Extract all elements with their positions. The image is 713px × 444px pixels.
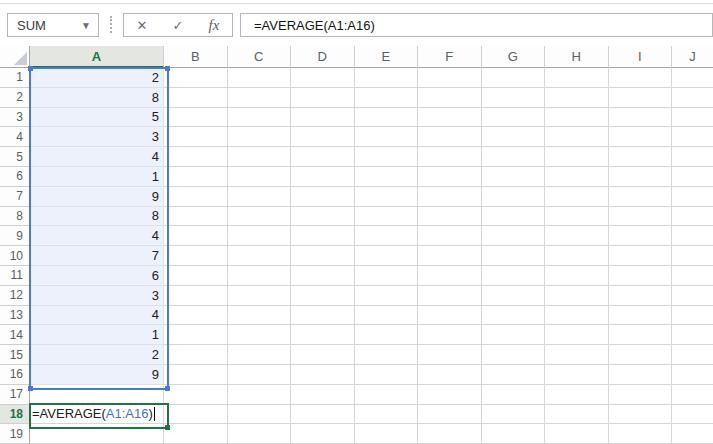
cell-E17[interactable] — [355, 385, 419, 405]
cell-H7[interactable] — [545, 187, 609, 207]
select-all-button[interactable] — [0, 46, 30, 68]
cell-I7[interactable] — [609, 187, 673, 207]
cell-G1[interactable] — [482, 68, 546, 88]
cell-I14[interactable] — [609, 325, 673, 345]
cell-C11[interactable] — [228, 266, 292, 286]
cell-E14[interactable] — [355, 325, 419, 345]
name-box[interactable]: SUM ▼ — [7, 13, 99, 37]
cell-B12[interactable] — [164, 286, 228, 306]
cell-G3[interactable] — [482, 108, 546, 128]
cell-G15[interactable] — [482, 345, 546, 365]
cell-E6[interactable] — [355, 167, 419, 187]
row-header-2[interactable]: 2 — [0, 88, 30, 108]
row-header-10[interactable]: 10 — [0, 246, 30, 266]
cell-C10[interactable] — [228, 246, 292, 266]
cell-G7[interactable] — [482, 187, 546, 207]
cell-I19[interactable] — [609, 424, 673, 444]
cell-B14[interactable] — [164, 325, 228, 345]
cell-F6[interactable] — [418, 167, 482, 187]
cell-C2[interactable] — [228, 88, 292, 108]
cell-J11[interactable] — [672, 266, 713, 286]
cell-E15[interactable] — [355, 345, 419, 365]
cell-J15[interactable] — [672, 345, 713, 365]
row-header-6[interactable]: 6 — [0, 167, 30, 187]
cell-D4[interactable] — [291, 127, 355, 147]
row-header-1[interactable]: 1 — [0, 68, 30, 88]
cell-F15[interactable] — [418, 345, 482, 365]
cell-C19[interactable] — [228, 424, 292, 444]
cell-B8[interactable] — [164, 207, 228, 227]
cell-G16[interactable] — [482, 365, 546, 385]
cell-C8[interactable] — [228, 207, 292, 227]
row-header-14[interactable]: 14 — [0, 325, 30, 345]
cell-F17[interactable] — [418, 385, 482, 405]
cell-F12[interactable] — [418, 286, 482, 306]
cell-F14[interactable] — [418, 325, 482, 345]
cell-A10[interactable]: 7 — [30, 246, 164, 266]
cell-E8[interactable] — [355, 207, 419, 227]
cell-A12[interactable]: 3 — [30, 286, 164, 306]
cell-I12[interactable] — [609, 286, 673, 306]
cell-I15[interactable] — [609, 345, 673, 365]
cell-G6[interactable] — [482, 167, 546, 187]
column-header-E[interactable]: E — [355, 46, 419, 68]
cell-A14[interactable]: 1 — [30, 325, 164, 345]
cell-J4[interactable] — [672, 127, 713, 147]
enter-icon[interactable]: ✓ — [173, 19, 184, 32]
cell-I17[interactable] — [609, 385, 673, 405]
cell-C9[interactable] — [228, 226, 292, 246]
row-header-8[interactable]: 8 — [0, 207, 30, 227]
cell-F1[interactable] — [418, 68, 482, 88]
cell-H19[interactable] — [545, 424, 609, 444]
column-header-F[interactable]: F — [418, 46, 482, 68]
cell-A1[interactable]: 2 — [30, 68, 164, 88]
cell-H16[interactable] — [545, 365, 609, 385]
cell-H12[interactable] — [545, 286, 609, 306]
cell-D8[interactable] — [291, 207, 355, 227]
cell-E3[interactable] — [355, 108, 419, 128]
cell-F4[interactable] — [418, 127, 482, 147]
cell-H1[interactable] — [545, 68, 609, 88]
cell-E5[interactable] — [355, 147, 419, 167]
cell-D1[interactable] — [291, 68, 355, 88]
cell-G13[interactable] — [482, 306, 546, 326]
cell-C12[interactable] — [228, 286, 292, 306]
cell-G8[interactable] — [482, 207, 546, 227]
cell-C7[interactable] — [228, 187, 292, 207]
cell-G12[interactable] — [482, 286, 546, 306]
cell-B3[interactable] — [164, 108, 228, 128]
cell-D10[interactable] — [291, 246, 355, 266]
cell-H13[interactable] — [545, 306, 609, 326]
cell-J8[interactable] — [672, 207, 713, 227]
cell-A15[interactable]: 2 — [30, 345, 164, 365]
cell-E19[interactable] — [355, 424, 419, 444]
cell-J1[interactable] — [672, 68, 713, 88]
cell-D17[interactable] — [291, 385, 355, 405]
cell-D14[interactable] — [291, 325, 355, 345]
cell-B1[interactable] — [164, 68, 228, 88]
cell-B6[interactable] — [164, 167, 228, 187]
cell-E2[interactable] — [355, 88, 419, 108]
cell-H5[interactable] — [545, 147, 609, 167]
cell-A8[interactable]: 8 — [30, 207, 164, 227]
cell-C15[interactable] — [228, 345, 292, 365]
cell-I3[interactable] — [609, 108, 673, 128]
cell-F5[interactable] — [418, 147, 482, 167]
row-header-5[interactable]: 5 — [0, 147, 30, 167]
cell-I6[interactable] — [609, 167, 673, 187]
cell-A9[interactable]: 4 — [30, 226, 164, 246]
row-header-18[interactable]: 18 — [0, 405, 30, 425]
cell-C17[interactable] — [228, 385, 292, 405]
cell-E16[interactable] — [355, 365, 419, 385]
row-header-4[interactable]: 4 — [0, 127, 30, 147]
insert-function-icon[interactable]: fx — [209, 18, 220, 33]
cell-H11[interactable] — [545, 266, 609, 286]
row-header-7[interactable]: 7 — [0, 187, 30, 207]
cell-F2[interactable] — [418, 88, 482, 108]
cell-D5[interactable] — [291, 147, 355, 167]
cell-I2[interactable] — [609, 88, 673, 108]
cell-I8[interactable] — [609, 207, 673, 227]
cell-A11[interactable]: 6 — [30, 266, 164, 286]
cell-A18[interactable]: =AVERAGE(A1:A16) — [30, 405, 164, 425]
cell-I9[interactable] — [609, 226, 673, 246]
